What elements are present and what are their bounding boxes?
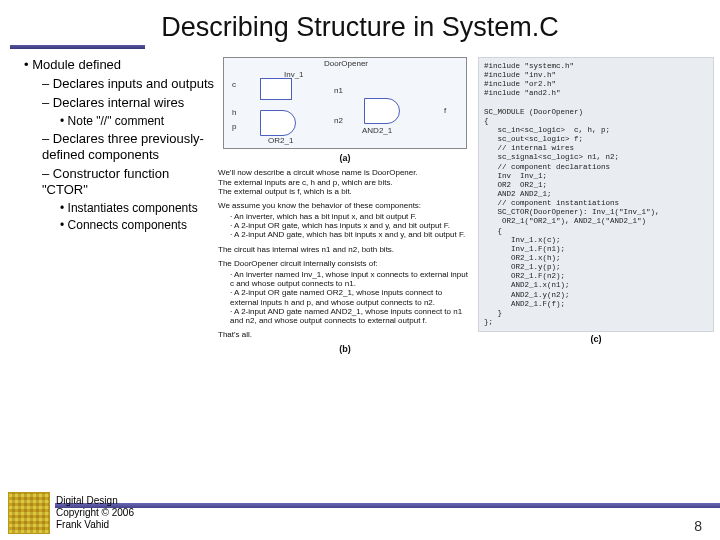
dia-n1: n1 [334,86,343,95]
circuit-diagram: DoorOpener Inv_1 c h p OR2_1 n1 n2 AND2_… [223,57,467,149]
bullet-l2c: Declares three previously-defined compon… [42,131,218,163]
bullet-outline: Module defined Declares inputs and outpu… [6,57,218,355]
desc-p4a: An inverter named Inv_1, whose input x c… [230,270,472,288]
dia-h: h [232,108,236,117]
bullet-l3b: Instantiates components [60,201,218,216]
dia-title: DoorOpener [324,59,368,68]
desc-p2: We assume you know the behavior of these… [218,201,472,240]
dia-or-label: OR2_1 [268,136,293,145]
footer-line3: Frank Vahid [56,519,109,530]
desc-p4: The DoorOpener circuit internally consis… [218,259,472,325]
dia-and-label: AND2_1 [362,126,392,135]
desc-p4-lead: The DoorOpener circuit internally consis… [218,259,378,268]
footer: Digital Design Copyright © 2006 Frank Va… [0,492,720,536]
desc-p4b: A 2-input OR gate named OR2_1, whose inp… [230,288,472,306]
desc-p5: That's all. [218,330,472,339]
dia-c: c [232,80,236,89]
caption-a: (a) [218,153,472,163]
code-block: #include "systemc.h" #include "inv.h" #i… [478,57,714,332]
gate-and [364,98,400,124]
desc-p4c: A 2-input AND gate named AND2_1, whose i… [230,307,472,325]
desc-p1b: The external output is f, which is a bit… [218,187,352,196]
desc-p2b: A 2-input OR gate, which has inputs x an… [230,221,472,230]
bullet-l3c: Connects components [60,218,218,233]
dia-f: f [444,106,446,115]
caption-c: (c) [478,334,714,344]
content-row: Module defined Declares inputs and outpu… [0,49,720,355]
desc-p1-line: We'll now describe a circuit whose name … [218,168,418,177]
caption-b: (b) [218,344,472,354]
slide-title: Describing Structure in System.C [0,0,720,45]
bullet-l3a: Note "//" comment [60,114,218,129]
bullet-l2b: Declares internal wires [42,95,218,111]
code-column: #include "systemc.h" #include "inv.h" #i… [478,57,714,355]
bullet-l2d: Constructor function "CTOR" [42,166,218,198]
right-column: DoorOpener Inv_1 c h p OR2_1 n1 n2 AND2_… [218,57,714,355]
footer-line2: Copyright © 2006 [56,507,134,518]
desc-p2-lead: We assume you know the behavior of these… [218,201,421,210]
desc-p2c: A 2-input AND gate, which has bit inputs… [230,230,472,239]
gate-inv [260,78,292,100]
footer-line1: Digital Design [56,495,118,506]
middle-column: DoorOpener Inv_1 c h p OR2_1 n1 n2 AND2_… [218,57,478,355]
bullet-l1: Module defined [24,57,218,73]
gate-or [260,110,296,136]
bullet-l2a: Declares inputs and outputs [42,76,218,92]
dia-p: p [232,122,236,131]
page-number: 8 [694,518,702,534]
dia-n2: n2 [334,116,343,125]
desc-p2a: An inverter, which has a bit input x, an… [230,212,472,221]
desc-p1: We'll now describe a circuit whose name … [218,168,472,196]
footer-text: Digital Design Copyright © 2006 Frank Va… [56,495,134,531]
desc-p3: The circuit has internal wires n1 and n2… [218,245,472,254]
logo-icon [8,492,50,534]
desc-p1a: The external inputs are c, h and p, whic… [218,178,393,187]
